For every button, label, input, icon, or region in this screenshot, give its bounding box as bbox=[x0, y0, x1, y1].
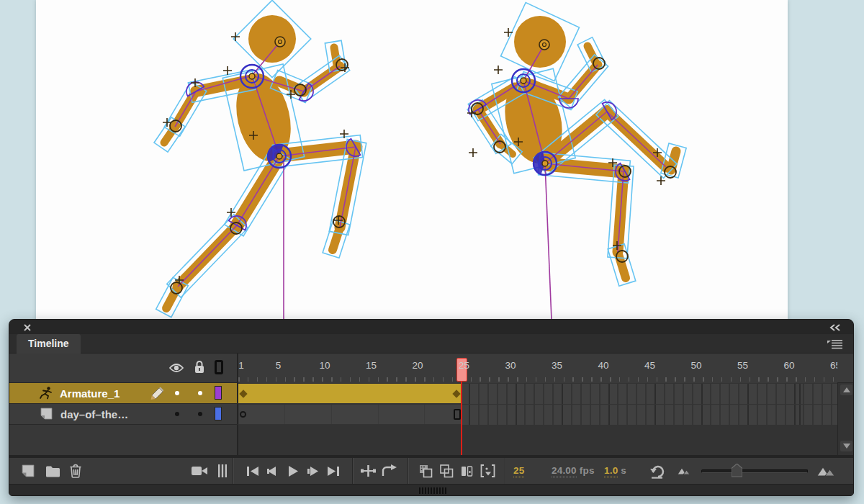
modify-markers-button[interactable] bbox=[477, 461, 498, 481]
ruler-label: 50 bbox=[691, 360, 702, 371]
ruler-label: 10 bbox=[320, 360, 330, 371]
ruler-label: 5 bbox=[276, 360, 282, 371]
toolbar-divider bbox=[505, 458, 506, 484]
ruler-label: 20 bbox=[413, 360, 423, 371]
loop-button[interactable] bbox=[379, 461, 400, 481]
layer-row-graphic[interactable]: day–of–the… bbox=[9, 404, 237, 424]
frame-size-slider-thumb[interactable] bbox=[732, 464, 742, 477]
armature-figure-leap-pose[interactable] bbox=[467, 3, 686, 320]
onion-skin-button[interactable] bbox=[415, 461, 436, 481]
armature-layer-icon bbox=[38, 386, 54, 400]
layer-row-armature[interactable]: Armature_1 bbox=[9, 383, 237, 403]
layer-visibility-dot[interactable] bbox=[175, 412, 179, 416]
elapsed-time-field[interactable]: 1.0 s bbox=[604, 465, 626, 476]
scroll-down-icon[interactable] bbox=[840, 441, 852, 451]
layer-name: Armature_1 bbox=[60, 387, 120, 400]
layer-name: day–of–the… bbox=[60, 408, 128, 420]
pencil-edit-icon bbox=[148, 386, 165, 400]
layer-outline-swatch[interactable] bbox=[215, 407, 222, 420]
collapse-panel-icon[interactable] bbox=[827, 323, 843, 332]
layer-lock-dot[interactable] bbox=[198, 412, 202, 416]
panel-resize-grip[interactable] bbox=[419, 487, 446, 494]
armature-figure-run-pose[interactable] bbox=[154, 0, 366, 320]
tab-timeline[interactable]: Timeline bbox=[17, 334, 81, 354]
panel-tabrow: Timeline bbox=[9, 334, 853, 354]
span-end-marker bbox=[454, 409, 461, 420]
layer-visibility-dot[interactable] bbox=[175, 391, 179, 395]
ruler-label: 1 bbox=[238, 360, 244, 371]
toolbar-divider bbox=[233, 458, 234, 484]
stage-armature-figures[interactable] bbox=[0, 0, 864, 324]
frame-rate-field[interactable]: 24.00 fps bbox=[552, 465, 595, 476]
step-forward-button[interactable] bbox=[302, 461, 323, 481]
play-button[interactable] bbox=[283, 461, 303, 481]
outline-color-icon[interactable] bbox=[214, 359, 224, 375]
ruler-label: 35 bbox=[552, 360, 562, 371]
new-folder-button[interactable] bbox=[42, 461, 63, 481]
new-layer-button[interactable] bbox=[17, 461, 37, 481]
lock-icon[interactable] bbox=[193, 359, 206, 375]
zoom-out-icon[interactable] bbox=[673, 461, 693, 481]
add-camera-button[interactable] bbox=[190, 461, 210, 481]
ruler-label: 40 bbox=[598, 360, 609, 371]
current-frame-field[interactable]: 25 bbox=[513, 465, 524, 476]
ruler-label: 60 bbox=[784, 360, 795, 371]
last-frame-button[interactable] bbox=[323, 461, 343, 481]
layer-depth-button[interactable] bbox=[212, 461, 233, 481]
empty-keyframe-circle[interactable] bbox=[240, 411, 246, 418]
scroll-up-icon[interactable] bbox=[840, 384, 852, 395]
frame-size-slider[interactable] bbox=[701, 469, 808, 473]
reset-timeline-zoom-button[interactable] bbox=[647, 461, 667, 481]
graphic-layer-icon bbox=[39, 407, 53, 421]
frames-area[interactable]: 15101520253035404550556065 bbox=[238, 354, 837, 455]
layer-outline-swatch[interactable] bbox=[215, 386, 222, 400]
panel-titlebar bbox=[9, 320, 853, 334]
first-frame-button[interactable] bbox=[243, 461, 263, 481]
frame-ruler[interactable]: 15101520253035404550556065 bbox=[238, 354, 837, 383]
panel-menu-icon[interactable] bbox=[826, 338, 845, 350]
layer-lock-dot[interactable] bbox=[198, 391, 202, 395]
empty-frames-row1[interactable] bbox=[462, 384, 837, 404]
toolbar-divider bbox=[352, 458, 354, 484]
zoom-in-icon[interactable] bbox=[816, 461, 836, 481]
animate-workspace: { "stage": { "canvas_color": "#fdfdfd", … bbox=[0, 0, 864, 504]
tween-span-armature[interactable] bbox=[238, 384, 462, 403]
frames-vertical-scrollbar[interactable] bbox=[837, 383, 854, 455]
step-back-button[interactable] bbox=[263, 461, 283, 481]
edit-multiple-frames-button[interactable] bbox=[456, 461, 477, 481]
frames-empty-area bbox=[238, 425, 837, 455]
eye-icon[interactable] bbox=[169, 361, 184, 374]
delete-layer-button[interactable] bbox=[66, 461, 86, 481]
empty-frames-row2[interactable] bbox=[462, 405, 837, 425]
ruler-label: 65 bbox=[830, 360, 837, 371]
timeline-toolbar: 25 24.00 fps 1.0 s bbox=[9, 458, 853, 484]
onion-skin-outlines-button[interactable] bbox=[436, 461, 456, 481]
tab-timeline-label: Timeline bbox=[28, 338, 69, 349]
timeline-panel: Timeline bbox=[9, 319, 854, 496]
panel-bottom-strip bbox=[9, 484, 853, 496]
ruler-label: 15 bbox=[366, 360, 377, 371]
playhead-line[interactable] bbox=[461, 382, 462, 455]
ruler-label: 55 bbox=[737, 360, 748, 371]
ruler-label: 45 bbox=[644, 360, 655, 371]
frame-span-graphic[interactable] bbox=[238, 405, 462, 424]
ruler-label: 25 bbox=[459, 360, 469, 371]
ruler-label: 30 bbox=[505, 360, 516, 371]
center-frame-button[interactable] bbox=[358, 461, 378, 481]
toolbar-divider bbox=[408, 458, 409, 484]
ruler-ticks bbox=[238, 377, 837, 382]
close-icon[interactable] bbox=[22, 323, 32, 332]
